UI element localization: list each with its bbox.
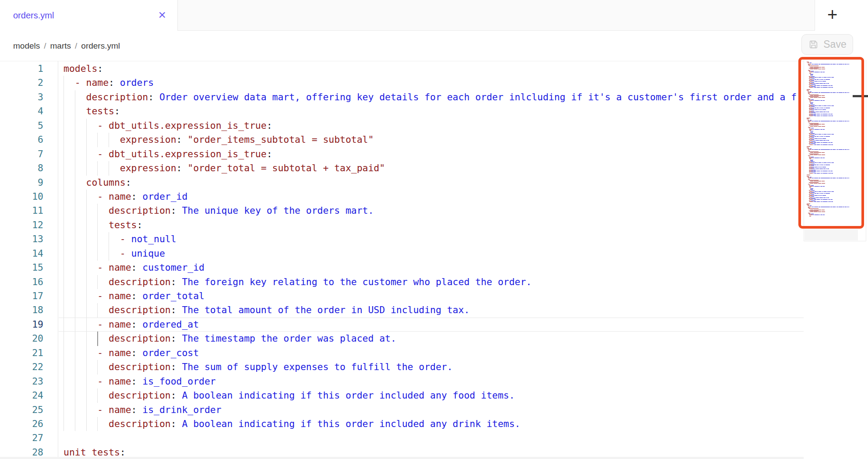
code-line[interactable]: models: [59,62,804,76]
minimap-row [807,130,864,131]
save-button[interactable]: Save [801,34,853,55]
code-line[interactable]: expression: "order_items_subtotal = subt… [59,133,804,147]
line-number[interactable]: 3 [0,90,43,104]
line-number[interactable]: 24 [0,388,43,403]
code-line[interactable]: expression: "order_total = subtotal + ta… [59,161,804,175]
line-number[interactable]: 25 [0,403,43,417]
code-line[interactable]: description: A boolean indicating if thi… [59,388,804,403]
minimap-row [807,69,864,69]
indent-guide [109,247,109,261]
code-line[interactable]: - name: is_food_order [59,374,804,388]
indent-guide [97,417,98,431]
line-number[interactable]: 10 [0,190,43,204]
line-number[interactable]: 7 [0,147,43,161]
code-line[interactable]: columns: [59,176,804,190]
close-icon[interactable]: × [158,8,166,21]
code-token: : [171,361,182,372]
minimap-row [807,131,864,131]
line-number[interactable]: 21 [0,346,43,360]
code-token: order_id [142,191,187,202]
minimap-row [807,76,864,77]
line-number[interactable]: 26 [0,417,43,431]
code-line[interactable]: description: The timestamp the order was… [59,332,804,346]
minimap-scroll-handle[interactable] [853,95,868,97]
line-number[interactable]: 14 [0,247,43,261]
code-token: - dbt_utils.expression_is_true [97,148,266,159]
code-token: - dbt_utils.expression_is_true [97,120,266,131]
line-number[interactable]: 9 [0,176,43,190]
minimap-row [807,205,864,205]
code-line[interactable]: description: The total amount of the ord… [59,303,804,317]
breadcrumb-marts[interactable]: marts [50,41,71,51]
code-line[interactable]: - name: order_total [59,289,804,303]
code-line[interactable]: tests: [59,104,804,118]
code-line[interactable]: description: Order overview data mart, o… [59,90,804,104]
indent-guide [64,161,64,175]
line-number[interactable]: 15 [0,261,43,275]
code-line[interactable]: - name: customer_id [59,261,804,275]
indent-guide [75,190,75,204]
code-line[interactable] [59,431,804,445]
minimap-row [807,157,864,157]
tab-orders-yml[interactable]: orders.yml × [0,0,178,31]
line-number[interactable]: 1 [0,62,43,76]
code-line[interactable]: description: The unique key of the order… [59,204,804,218]
minimap[interactable] [804,60,866,241]
code-line[interactable]: description: The foreign key relating to… [59,275,804,289]
line-number[interactable]: 22 [0,360,43,374]
horizontal-scrollbar[interactable] [0,457,804,459]
floppy-disk-icon [808,39,819,50]
code-line[interactable]: - dbt_utils.expression_is_true: [59,147,804,161]
minimap-row [807,97,864,98]
code-line[interactable]: - name: is_drink_order [59,403,804,417]
minimap-row [807,106,864,107]
code-token: description [86,92,148,102]
line-number[interactable]: 13 [0,232,43,246]
line-number[interactable]: 4 [0,104,43,118]
code-line[interactable]: - dbt_utils.expression_is_true: [59,119,804,133]
line-number[interactable]: 18 [0,303,43,317]
line-number[interactable]: 11 [0,204,43,218]
plus-icon[interactable]: + [827,6,837,23]
code-token: description [109,390,171,401]
line-number[interactable]: 8 [0,161,43,175]
breadcrumb-file[interactable]: orders.yml [81,41,120,51]
code-line[interactable]: description: The sum of supply expenses … [59,360,804,374]
line-number[interactable]: 6 [0,133,43,147]
minimap-row [807,165,864,165]
minimap-row [807,180,864,180]
line-number[interactable]: 23 [0,374,43,388]
code-line[interactable]: description: A boolean indicating if thi… [59,417,804,431]
minimap-row [807,154,864,154]
indent-guide [86,247,87,261]
line-number[interactable]: 16 [0,275,43,289]
minimap-row [807,164,864,164]
line-number[interactable]: 5 [0,119,43,133]
code-line[interactable]: - name: order_cost [59,346,804,360]
code-token: : [171,276,182,287]
minimap-row [807,211,864,211]
code-line[interactable]: unit_tests: [59,445,804,458]
minimap-row [807,169,864,169]
line-number[interactable]: 17 [0,289,43,303]
code-token: unit_tests [64,447,120,458]
code-line[interactable]: - name: ordered_at [59,318,804,332]
code-area[interactable]: models: - name: orders description: Orde… [59,62,804,458]
indent-guide [64,261,64,275]
minimap-row [807,175,864,175]
line-number[interactable]: 12 [0,218,43,232]
code-line[interactable]: - name: order_id [59,190,804,204]
code-line[interactable]: - name: orders [59,76,804,90]
line-number[interactable]: 19 [0,318,43,332]
minimap-row [807,182,864,183]
minimap-row [807,102,864,102]
line-number[interactable]: 2 [0,76,43,90]
line-number[interactable]: 27 [0,431,43,445]
code-token: - name [97,376,131,387]
breadcrumb-models[interactable]: models [13,41,40,51]
line-number[interactable]: 20 [0,332,43,346]
code-line[interactable]: - unique [59,247,804,261]
minimap-row [807,116,864,116]
code-line[interactable]: - not_null [59,232,804,246]
code-line[interactable]: tests: [59,218,804,232]
